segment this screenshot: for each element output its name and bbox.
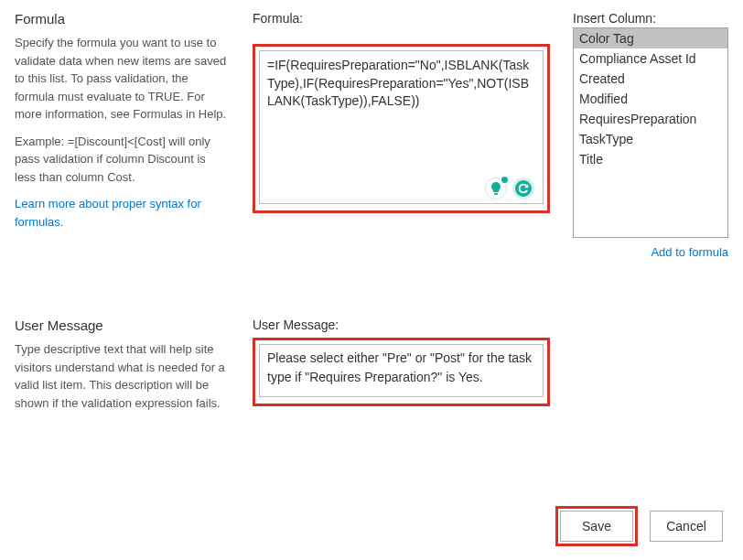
insert-column-panel: Insert Column: Color TagCompliance Asset…: [573, 11, 728, 259]
user-message-input[interactable]: [259, 344, 544, 397]
user-message-help-panel: User Message Type descriptive text that …: [15, 318, 234, 421]
user-message-field-panel: User Message:: [253, 318, 555, 406]
cancel-button[interactable]: Cancel: [650, 511, 723, 542]
formula-row: Formula Specify the formula you want to …: [15, 11, 728, 259]
column-option[interactable]: RequiresPreparation: [574, 109, 727, 129]
column-option[interactable]: Title: [574, 149, 727, 169]
user-message-description: Type descriptive text that will help sit…: [15, 340, 227, 412]
formula-highlight-box: [253, 44, 550, 213]
user-message-row: User Message Type descriptive text that …: [15, 318, 728, 421]
formula-heading: Formula: [15, 11, 227, 27]
formula-help-panel: Formula Specify the formula you want to …: [15, 11, 234, 240]
button-row: Save Cancel: [560, 511, 723, 542]
user-message-heading: User Message: [15, 318, 227, 333]
formula-example: Example: =[Discount]<[Cost] will only pa…: [15, 133, 227, 187]
column-option[interactable]: Compliance Asset Id: [574, 48, 727, 69]
save-button[interactable]: Save: [560, 511, 633, 542]
column-option[interactable]: Modified: [574, 89, 727, 109]
formula-description-block: Specify the formula you want to use to v…: [15, 34, 227, 231]
user-message-field-label: User Message:: [253, 318, 555, 332]
formula-field-label: Formula:: [253, 11, 555, 26]
formula-input[interactable]: [259, 50, 544, 204]
formula-field-panel: Formula:: [253, 11, 555, 213]
add-to-formula-link[interactable]: Add to formula: [651, 245, 728, 259]
user-message-highlight-box: [253, 338, 550, 406]
formula-syntax-link[interactable]: Learn more about proper syntax for formu…: [15, 197, 201, 229]
insert-column-label: Insert Column:: [573, 11, 728, 26]
column-option[interactable]: Created: [574, 69, 727, 89]
column-option[interactable]: TaskType: [574, 129, 727, 149]
formula-description: Specify the formula you want to use to v…: [15, 34, 227, 124]
user-message-description-block: Type descriptive text that will help sit…: [15, 340, 227, 412]
column-option[interactable]: Color Tag: [574, 28, 727, 48]
column-listbox[interactable]: Color TagCompliance Asset IdCreatedModif…: [573, 27, 728, 238]
